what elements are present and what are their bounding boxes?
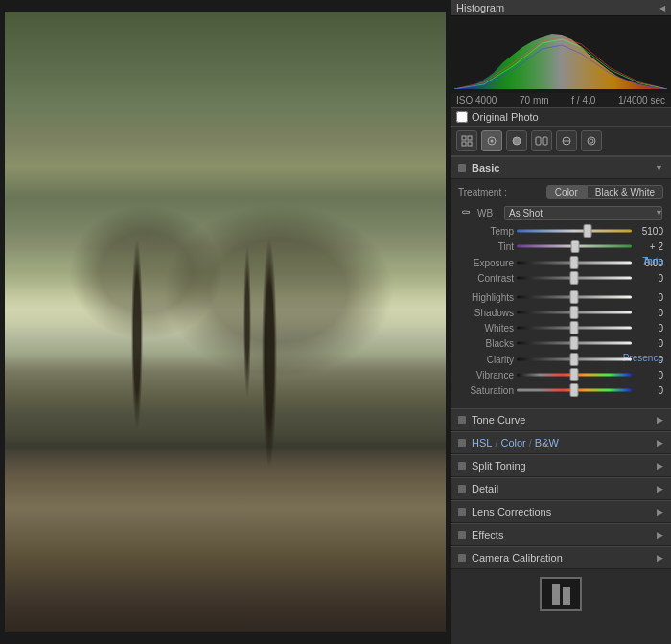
basic-panel-header[interactable]: Basic ▼ xyxy=(451,156,671,179)
spot-tool-button[interactable] xyxy=(506,130,527,151)
contrast-slider-row: Contrast 0 xyxy=(458,271,663,285)
basic-panel-arrow[interactable]: ▼ xyxy=(655,163,663,172)
highlights-slider-row: Highlights 0 xyxy=(458,290,663,304)
photo-image xyxy=(5,12,446,632)
basic-panel-title: Basic xyxy=(472,162,499,173)
histogram-graph xyxy=(451,16,671,93)
photo-panel xyxy=(0,0,451,644)
toolbar xyxy=(451,126,671,156)
spot-icon xyxy=(511,135,522,147)
tint-slider[interactable] xyxy=(517,240,632,253)
contrast-slider[interactable] xyxy=(517,271,632,285)
split-toning-panel-header[interactable]: Split Toning ▶ xyxy=(451,454,671,477)
effects-panel-header[interactable]: Effects ▶ xyxy=(451,523,671,546)
redeye-tool-button[interactable] xyxy=(531,130,552,151)
wb-select[interactable]: As Shot Auto Daylight Cloudy Custom xyxy=(504,206,662,220)
exposure-slider[interactable] xyxy=(517,256,632,269)
vibrance-label: Vibrance xyxy=(458,370,514,380)
bw-label[interactable]: B&W xyxy=(535,437,559,448)
grid-tool-button[interactable] xyxy=(456,130,477,151)
svg-point-7 xyxy=(513,137,521,145)
tone-curve-toggle[interactable] xyxy=(458,416,466,424)
histogram-header: Histogram xyxy=(451,0,671,16)
wb-row: ⚰ WB : As Shot Auto Daylight Cloudy Cust… xyxy=(458,205,663,220)
highlights-value: 0 xyxy=(635,292,663,303)
logo-inner xyxy=(552,584,570,605)
highlights-label: Highlights xyxy=(458,292,514,303)
crop-tool-button[interactable] xyxy=(481,130,502,151)
tone-curve-arrow[interactable]: ▶ xyxy=(657,415,663,425)
vibrance-slider[interactable] xyxy=(517,368,632,381)
hsl-label[interactable]: HSL xyxy=(472,437,492,448)
lens-toggle[interactable] xyxy=(458,508,466,516)
logo-bar-1 xyxy=(552,584,560,605)
redeye-icon xyxy=(535,135,548,147)
histogram-arrow[interactable] xyxy=(659,3,665,12)
highlights-slider[interactable] xyxy=(517,290,632,304)
tone-auto-btn[interactable]: Auto xyxy=(643,256,663,266)
hsl-panel-header[interactable]: HSL / Color / B&W ▶ xyxy=(451,431,671,454)
camera-calibration-panel-header[interactable]: Camera Calibration ▶ xyxy=(451,546,671,569)
tint-value: + 2 xyxy=(635,242,663,252)
effects-arrow[interactable]: ▶ xyxy=(657,530,663,540)
bw-button[interactable]: Black & White xyxy=(587,185,663,199)
saturation-slider[interactable] xyxy=(517,383,632,397)
svg-rect-4 xyxy=(468,142,472,146)
presence-group: Presence Clarity 0 Vibrance xyxy=(458,353,663,397)
shadows-slider-row: Shadows 0 xyxy=(458,306,663,319)
exposure-label: Exposure xyxy=(458,258,514,268)
hsl-toggle[interactable] xyxy=(458,439,466,447)
hsl-slash2: / xyxy=(529,437,532,448)
hsl-row: HSL / Color / B&W xyxy=(472,437,559,448)
original-photo-checkbox[interactable] xyxy=(456,111,468,123)
detail-arrow[interactable]: ▶ xyxy=(657,484,663,494)
saturation-slider-row: Saturation 0 xyxy=(458,383,663,397)
shadows-value: 0 xyxy=(635,308,663,318)
svg-rect-2 xyxy=(468,136,472,140)
crop-icon xyxy=(486,135,497,147)
brush-tool-button[interactable] xyxy=(581,130,602,151)
whites-value: 0 xyxy=(635,323,663,334)
temp-slider[interactable] xyxy=(517,224,632,238)
grid-icon xyxy=(461,135,473,147)
svg-rect-3 xyxy=(462,142,466,146)
logo-box xyxy=(540,577,582,611)
histogram-section: Histogram xyxy=(451,0,671,108)
lens-arrow[interactable]: ▶ xyxy=(657,507,663,517)
clarity-slider[interactable] xyxy=(517,353,632,366)
histogram-info: ISO 4000 70 mm f / 4.0 1/4000 sec xyxy=(451,93,671,107)
color-button[interactable]: Color xyxy=(546,185,587,199)
graduated-icon xyxy=(561,135,572,147)
logo-section xyxy=(451,569,671,619)
detail-title: Detail xyxy=(472,483,498,494)
camera-cal-arrow[interactable]: ▶ xyxy=(657,553,663,563)
split-toning-title: Split Toning xyxy=(472,460,526,472)
graduated-tool-button[interactable] xyxy=(556,130,577,151)
effects-toggle[interactable] xyxy=(458,531,466,539)
temp-label: Temp xyxy=(458,226,514,237)
whites-slider[interactable] xyxy=(517,321,632,334)
camera-cal-toggle[interactable] xyxy=(458,554,466,562)
svg-rect-1 xyxy=(462,136,466,140)
eyedropper-tool[interactable]: ⚰ xyxy=(458,205,474,220)
hsl-slash1: / xyxy=(495,437,497,448)
original-photo-row: Original Photo xyxy=(451,108,671,126)
shadows-slider[interactable] xyxy=(517,306,632,319)
color-label[interactable]: Color xyxy=(500,437,525,448)
detail-panel-header[interactable]: Detail ▶ xyxy=(451,477,671,500)
vibrance-slider-row: Vibrance 0 xyxy=(458,368,663,381)
tone-group: Tone Auto Exposure 0.00 Contrast xyxy=(458,256,663,285)
hsl-arrow[interactable]: ▶ xyxy=(657,438,663,448)
split-toning-toggle[interactable] xyxy=(458,462,466,470)
contrast-label: Contrast xyxy=(458,273,514,284)
lens-corrections-panel-header[interactable]: Lens Corrections ▶ xyxy=(451,500,671,523)
detail-toggle[interactable] xyxy=(458,485,466,493)
panels-container[interactable]: Basic ▼ Treatment : Color Black & White … xyxy=(451,156,671,644)
basic-panel-toggle[interactable] xyxy=(458,164,466,172)
blacks-slider[interactable] xyxy=(517,336,632,350)
split-toning-arrow[interactable]: ▶ xyxy=(657,461,663,471)
camera-calibration-title: Camera Calibration xyxy=(472,552,563,564)
shadows-label: Shadows xyxy=(458,308,514,318)
histogram-svg xyxy=(454,20,667,89)
tone-curve-panel-header[interactable]: Tone Curve ▶ xyxy=(451,408,671,431)
